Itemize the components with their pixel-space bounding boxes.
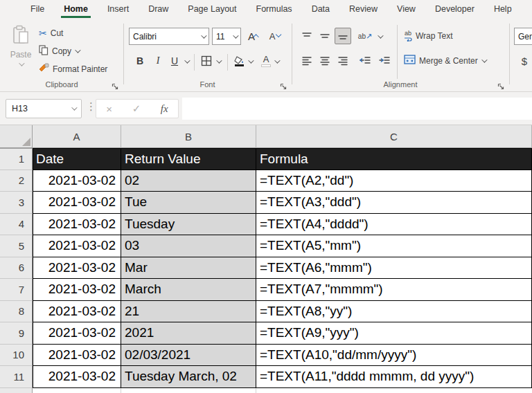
tab-insert[interactable]: Insert bbox=[98, 0, 139, 18]
font-name-combo[interactable]: Calibri bbox=[129, 28, 209, 45]
date-cell[interactable]: 2021-03-02 bbox=[33, 301, 121, 323]
align-left-button[interactable] bbox=[299, 53, 315, 69]
accounting-format-button[interactable]: $ bbox=[516, 53, 532, 69]
row-number[interactable]: 7 bbox=[0, 279, 33, 301]
tab-developer[interactable]: Developer bbox=[425, 0, 484, 18]
date-cell[interactable]: 2021-03-02 bbox=[33, 322, 121, 345]
date-cell[interactable]: 2021-03-02 bbox=[33, 170, 121, 192]
cancel-icon[interactable]: × bbox=[106, 103, 112, 115]
date-cell[interactable]: 2021-03-02 bbox=[33, 257, 121, 280]
row-number[interactable]: 6 bbox=[0, 257, 33, 280]
formula-cell[interactable]: =TEXT(A10,"dd/mm/yyyy") bbox=[256, 345, 532, 367]
formula-cell[interactable]: =TEXT(A6,"mmm") bbox=[256, 257, 532, 280]
tab-formulas[interactable]: Formulas bbox=[247, 0, 302, 18]
date-cell[interactable]: 2021-03-02 bbox=[33, 192, 121, 214]
return-value-cell[interactable]: Tuesday bbox=[121, 214, 256, 236]
row-number[interactable]: 2 bbox=[0, 170, 33, 192]
italic-button[interactable]: I bbox=[150, 53, 166, 69]
paste-button[interactable]: Paste bbox=[6, 25, 36, 77]
return-value-cell[interactable]: 02/03/2021 bbox=[121, 345, 256, 367]
tab-help[interactable]: Help bbox=[484, 0, 522, 18]
tab-data[interactable]: Data bbox=[302, 0, 339, 18]
tab-draw[interactable]: Draw bbox=[139, 0, 178, 18]
borders-button[interactable] bbox=[198, 53, 215, 69]
column-header-a[interactable]: A bbox=[33, 125, 121, 148]
return-value-cell[interactable]: 2021 bbox=[121, 322, 256, 345]
formula-cell[interactable]: =TEXT(A11,"dddd mmmm, dd yyyy") bbox=[256, 366, 532, 388]
name-box-chevron-icon[interactable] bbox=[71, 104, 77, 110]
bottom-align-button[interactable] bbox=[335, 28, 351, 44]
return-value-cell[interactable]: 02 bbox=[121, 170, 256, 192]
middle-align-button[interactable] bbox=[317, 28, 333, 44]
return-value-cell[interactable]: Tuesday March, 02 bbox=[121, 366, 256, 388]
partial-cell[interactable] bbox=[256, 388, 532, 393]
align-right-button[interactable] bbox=[335, 53, 351, 69]
row-number[interactable]: 11 bbox=[0, 366, 33, 388]
tab-file[interactable]: File bbox=[21, 0, 54, 18]
enter-icon[interactable]: ✓ bbox=[132, 102, 141, 115]
row-number[interactable]: 9 bbox=[0, 322, 33, 345]
orientation-button[interactable]: ab ↗ bbox=[357, 28, 373, 44]
date-cell[interactable]: 2021-03-02 bbox=[33, 279, 121, 301]
alignment-dialog-launcher[interactable] bbox=[497, 81, 505, 89]
date-cell[interactable]: 2021-03-02 bbox=[33, 235, 121, 257]
name-box[interactable]: H13 bbox=[6, 99, 82, 118]
column-header-c[interactable]: C bbox=[256, 125, 532, 148]
borders-chevron-icon[interactable] bbox=[216, 57, 222, 63]
top-align-button[interactable] bbox=[299, 28, 315, 44]
underline-button[interactable]: U bbox=[166, 53, 183, 69]
copy-chevron-icon[interactable] bbox=[75, 47, 80, 53]
paste-chevron-icon[interactable] bbox=[19, 60, 24, 66]
formula-cell[interactable]: =TEXT(A3,"ddd") bbox=[256, 192, 532, 214]
clipboard-dialog-launcher[interactable] bbox=[112, 81, 119, 89]
tab-home[interactable]: Home bbox=[54, 0, 98, 18]
decrease-indent-button[interactable] bbox=[357, 53, 373, 69]
formula-cell[interactable]: =TEXT(A8,"yy") bbox=[256, 301, 532, 323]
formula-cell[interactable]: =TEXT(A9,"yyy") bbox=[256, 322, 532, 345]
wrap-text-button[interactable]: ab Wrap Text bbox=[404, 28, 453, 44]
font-color-chevron-icon[interactable] bbox=[274, 57, 280, 63]
grow-font-button[interactable]: A bbox=[245, 28, 262, 44]
tab-page-layout[interactable]: Page Layout bbox=[178, 0, 246, 18]
date-cell[interactable]: 2021-03-02 bbox=[33, 214, 121, 236]
font-size-combo[interactable]: 11 bbox=[212, 28, 241, 45]
increase-indent-button[interactable] bbox=[376, 53, 393, 69]
column-header-b[interactable]: B bbox=[121, 125, 256, 148]
fill-color-button[interactable] bbox=[231, 53, 248, 69]
underline-chevron-icon[interactable] bbox=[184, 57, 190, 63]
row-number[interactable]: 5 bbox=[0, 235, 33, 257]
row-number[interactable]: 3 bbox=[0, 192, 33, 214]
date-cell[interactable]: 2021-03-02 bbox=[33, 345, 121, 367]
number-format-combo[interactable]: General bbox=[514, 28, 532, 45]
insert-function-icon[interactable]: fx bbox=[161, 103, 168, 115]
cell-b1[interactable]: Return Value bbox=[121, 148, 256, 170]
cut-button[interactable]: ✂ Cut bbox=[39, 26, 63, 40]
partial-cell[interactable] bbox=[33, 388, 121, 393]
return-value-cell[interactable]: March bbox=[121, 279, 256, 301]
tab-review[interactable]: Review bbox=[339, 0, 387, 18]
shrink-font-button[interactable]: A bbox=[266, 28, 283, 44]
row-number[interactable]: 8 bbox=[0, 301, 33, 323]
copy-button[interactable]: Copy bbox=[39, 44, 79, 58]
return-value-cell[interactable]: Mar bbox=[121, 257, 256, 280]
merge-center-button[interactable]: Merge & Center bbox=[404, 53, 486, 69]
formula-cell[interactable]: =TEXT(A7,"mmmm") bbox=[256, 279, 532, 301]
select-all-corner[interactable] bbox=[0, 125, 33, 148]
return-value-cell[interactable]: Tue bbox=[121, 192, 256, 214]
bold-button[interactable]: B bbox=[132, 53, 148, 69]
vertical-dots-icon[interactable]: ⋮ bbox=[86, 100, 96, 113]
row-header-12[interactable]: 12 bbox=[0, 388, 33, 393]
row-number[interactable]: 4 bbox=[0, 214, 33, 236]
format-painter-button[interactable]: Format Painter bbox=[39, 62, 107, 76]
formula-cell[interactable]: =TEXT(A2,"dd") bbox=[256, 170, 532, 192]
formula-input[interactable] bbox=[182, 98, 532, 120]
orientation-chevron-icon[interactable] bbox=[378, 33, 383, 38]
date-cell[interactable]: 2021-03-02 bbox=[33, 366, 121, 388]
font-color-button[interactable]: A bbox=[258, 53, 274, 69]
font-dialog-launcher[interactable] bbox=[280, 81, 287, 89]
cell-a1[interactable]: Date bbox=[33, 148, 121, 170]
row-header-1[interactable]: 1 bbox=[0, 148, 33, 170]
align-center-button[interactable] bbox=[317, 53, 333, 69]
formula-cell[interactable]: =TEXT(A5,"mm") bbox=[256, 235, 532, 257]
cell-c1[interactable]: Formula bbox=[256, 148, 532, 170]
